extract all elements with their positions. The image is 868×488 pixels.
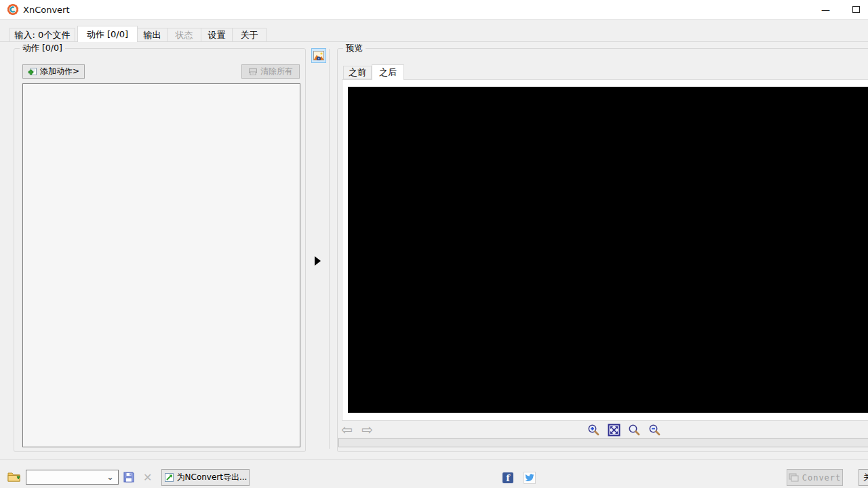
add-action-button[interactable]: 添加动作>	[22, 64, 85, 79]
window-title: XnConvert	[23, 5, 70, 15]
maximize-button[interactable]	[841, 0, 868, 19]
twitter-button[interactable]	[524, 472, 536, 484]
facebook-icon[interactable]: f	[502, 472, 513, 483]
actions-groupbox-title: 动作 [0/0]	[20, 43, 65, 54]
convert-icon	[789, 473, 800, 482]
tab-status: 状态	[167, 28, 201, 42]
preview-tab-after[interactable]: 之后	[372, 64, 404, 80]
preview-toggle-button[interactable]	[311, 48, 326, 63]
add-action-icon	[28, 67, 37, 77]
preview-tab-before[interactable]: 之前	[343, 66, 372, 79]
bottombar-separator	[0, 459, 868, 460]
action-list[interactable]	[22, 83, 300, 447]
facebook-f-glyph: f	[506, 474, 510, 483]
preset-combobox[interactable]: ⌄	[26, 470, 119, 485]
preview-image	[348, 87, 868, 413]
convert-label: Convert	[802, 473, 842, 483]
chevron-down-icon: ⌄	[106, 474, 114, 481]
preview-horizontal-scrollbar[interactable]	[338, 438, 868, 447]
zoom-in-icon[interactable]	[587, 424, 600, 436]
close-button[interactable]: 关闭	[859, 469, 868, 486]
tab-about[interactable]: 关于	[232, 28, 267, 42]
export-nconvert-label: 为NConvert导出...	[177, 472, 248, 483]
tab-output[interactable]: 输出	[137, 28, 167, 42]
preview-groupbox: 预览 之前 之后 ⇦ ⇨	[337, 48, 868, 452]
preview-image-icon	[313, 51, 324, 60]
tab-actions[interactable]: 动作 [0/0]	[77, 26, 138, 42]
clear-all-label: 清除所有	[260, 66, 293, 77]
actions-groupbox: 动作 [0/0] 添加动作> 清除所有	[14, 48, 306, 452]
tab-input[interactable]: 输入: 0个文件	[9, 28, 75, 42]
delete-preset-icon: ✕	[143, 471, 152, 484]
tab-settings[interactable]: 设置	[201, 28, 233, 42]
clear-all-icon	[248, 68, 258, 76]
zoom-out-icon[interactable]	[648, 424, 661, 436]
twitter-bird-icon	[525, 474, 534, 482]
next-image-icon[interactable]: ⇨	[361, 424, 373, 436]
xnconvert-app-icon	[7, 3, 19, 16]
previous-image-icon[interactable]: ⇦	[341, 424, 353, 436]
preview-groupbox-title: 预览	[343, 43, 366, 54]
minimize-icon: —	[821, 5, 830, 14]
titlebar-separator	[0, 19, 868, 20]
fit-to-window-icon[interactable]	[608, 424, 620, 436]
maximize-icon	[852, 6, 860, 13]
add-action-label: 添加动作>	[40, 66, 79, 77]
export-nconvert-button[interactable]: 为NConvert导出...	[161, 469, 250, 486]
save-preset-icon[interactable]	[123, 471, 135, 483]
export-icon	[164, 472, 174, 483]
clear-all-button: 清除所有	[241, 64, 300, 79]
collapse-panel-arrow[interactable]	[315, 256, 321, 266]
title-bar: XnConvert —	[0, 0, 868, 19]
xnconvert-window: XnConvert — 输入: 0个文件 动作 [0/0] 输出 状态 设置 关…	[0, 0, 868, 488]
minimize-button[interactable]: —	[810, 0, 841, 19]
convert-button: Convert	[787, 469, 843, 486]
close-label: 关闭	[863, 472, 868, 483]
open-settings-folder-icon[interactable]	[7, 471, 22, 483]
panel-splitter[interactable]	[329, 49, 330, 449]
zoom-original-icon[interactable]	[628, 424, 641, 436]
